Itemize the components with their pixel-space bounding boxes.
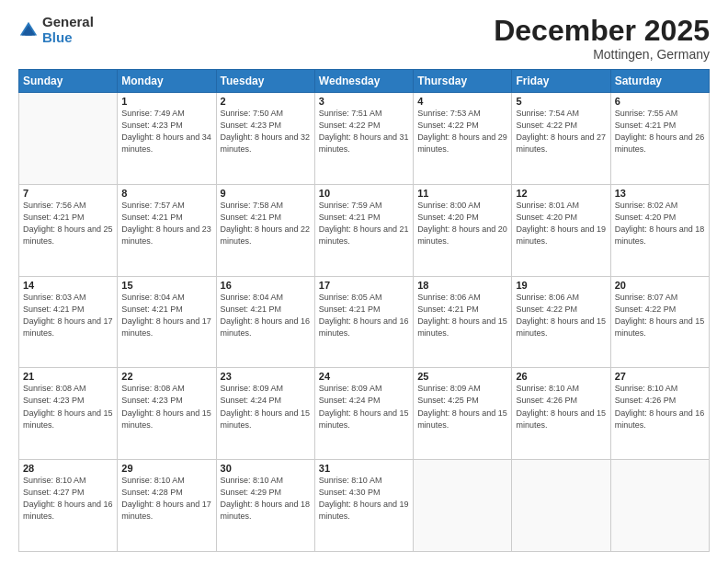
day-info: Sunrise: 8:04 AM Sunset: 4:21 PM Dayligh…: [121, 292, 211, 339]
day-info: Sunrise: 8:10 AM Sunset: 4:27 PM Dayligh…: [23, 475, 113, 523]
calendar-header-row: Sunday Monday Tuesday Wednesday Thursday…: [19, 70, 710, 93]
calendar-cell: 1Sunrise: 7:49 AM Sunset: 4:23 PM Daylig…: [118, 93, 216, 185]
calendar-cell: 21Sunrise: 8:08 AM Sunset: 4:23 PM Dayli…: [19, 368, 118, 460]
day-number: 21: [23, 371, 113, 382]
day-info: Sunrise: 7:59 AM Sunset: 4:21 PM Dayligh…: [319, 200, 409, 247]
svg-rect-2: [25, 30, 31, 36]
col-wednesday: Wednesday: [314, 70, 413, 93]
day-info: Sunrise: 8:01 AM Sunset: 4:20 PM Dayligh…: [516, 200, 606, 247]
day-number: 10: [319, 188, 409, 199]
day-number: 1: [121, 96, 211, 107]
calendar-cell: 13Sunrise: 8:02 AM Sunset: 4:20 PM Dayli…: [610, 184, 709, 276]
calendar-cell: 6Sunrise: 7:55 AM Sunset: 4:21 PM Daylig…: [610, 93, 709, 185]
col-monday: Monday: [118, 70, 216, 93]
calendar-cell: 4Sunrise: 7:53 AM Sunset: 4:22 PM Daylig…: [414, 93, 512, 185]
day-number: 19: [516, 280, 606, 291]
day-number: 20: [615, 280, 705, 291]
logo-text: General Blue: [42, 15, 94, 45]
col-thursday: Thursday: [414, 70, 512, 93]
logo: General Blue: [18, 15, 94, 45]
logo-blue-text: Blue: [42, 30, 94, 46]
calendar-table: Sunday Monday Tuesday Wednesday Thursday…: [18, 69, 710, 552]
calendar-cell: 28Sunrise: 8:10 AM Sunset: 4:27 PM Dayli…: [19, 460, 118, 552]
day-number: 23: [221, 371, 311, 382]
col-sunday: Sunday: [19, 70, 118, 93]
day-info: Sunrise: 7:49 AM Sunset: 4:23 PM Dayligh…: [121, 108, 211, 155]
day-number: 27: [615, 371, 705, 382]
day-info: Sunrise: 8:08 AM Sunset: 4:23 PM Dayligh…: [23, 383, 113, 431]
day-info: Sunrise: 7:58 AM Sunset: 4:21 PM Dayligh…: [221, 200, 311, 247]
day-number: 17: [319, 280, 409, 291]
day-number: 13: [615, 188, 705, 199]
logo-icon: [18, 20, 39, 40]
day-number: 24: [319, 371, 409, 382]
day-number: 18: [417, 280, 507, 291]
day-info: Sunrise: 8:09 AM Sunset: 4:25 PM Dayligh…: [417, 383, 507, 431]
calendar-week-3: 14Sunrise: 8:03 AM Sunset: 4:21 PM Dayli…: [19, 276, 710, 368]
calendar-cell: [19, 93, 118, 185]
calendar-cell: 15Sunrise: 8:04 AM Sunset: 4:21 PM Dayli…: [118, 276, 216, 368]
calendar-cell: 12Sunrise: 8:01 AM Sunset: 4:20 PM Dayli…: [512, 184, 610, 276]
month-title: December 2025: [494, 15, 710, 47]
calendar-cell: 24Sunrise: 8:09 AM Sunset: 4:24 PM Dayli…: [314, 368, 413, 460]
calendar-cell: 25Sunrise: 8:09 AM Sunset: 4:25 PM Dayli…: [414, 368, 512, 460]
calendar-cell: 16Sunrise: 8:04 AM Sunset: 4:21 PM Dayli…: [216, 276, 314, 368]
day-info: Sunrise: 7:57 AM Sunset: 4:21 PM Dayligh…: [121, 200, 211, 247]
calendar-cell: 5Sunrise: 7:54 AM Sunset: 4:22 PM Daylig…: [512, 93, 610, 185]
day-number: 29: [121, 463, 211, 474]
day-number: 11: [417, 188, 507, 199]
day-number: 8: [121, 188, 211, 199]
day-number: 6: [615, 96, 705, 107]
day-info: Sunrise: 8:06 AM Sunset: 4:22 PM Dayligh…: [516, 292, 606, 339]
col-friday: Friday: [512, 70, 610, 93]
day-info: Sunrise: 8:10 AM Sunset: 4:28 PM Dayligh…: [121, 475, 211, 523]
calendar-cell: 3Sunrise: 7:51 AM Sunset: 4:22 PM Daylig…: [314, 93, 413, 185]
calendar-cell: 8Sunrise: 7:57 AM Sunset: 4:21 PM Daylig…: [118, 184, 216, 276]
day-number: 31: [319, 463, 409, 474]
calendar-cell: 7Sunrise: 7:56 AM Sunset: 4:21 PM Daylig…: [19, 184, 118, 276]
calendar-cell: 23Sunrise: 8:09 AM Sunset: 4:24 PM Dayli…: [216, 368, 314, 460]
calendar-cell: 26Sunrise: 8:10 AM Sunset: 4:26 PM Dayli…: [512, 368, 610, 460]
day-number: 2: [221, 96, 311, 107]
calendar-cell: [512, 460, 610, 552]
day-number: 22: [121, 371, 211, 382]
calendar-cell: 2Sunrise: 7:50 AM Sunset: 4:23 PM Daylig…: [216, 93, 314, 185]
day-number: 25: [417, 371, 507, 382]
day-info: Sunrise: 8:03 AM Sunset: 4:21 PM Dayligh…: [23, 292, 113, 339]
day-number: 3: [319, 96, 409, 107]
day-info: Sunrise: 7:54 AM Sunset: 4:22 PM Dayligh…: [516, 108, 606, 155]
calendar-week-4: 21Sunrise: 8:08 AM Sunset: 4:23 PM Dayli…: [19, 368, 710, 460]
day-info: Sunrise: 8:09 AM Sunset: 4:24 PM Dayligh…: [319, 383, 409, 431]
calendar-cell: [414, 460, 512, 552]
day-number: 12: [516, 188, 606, 199]
day-info: Sunrise: 8:05 AM Sunset: 4:21 PM Dayligh…: [319, 292, 409, 339]
calendar-cell: 18Sunrise: 8:06 AM Sunset: 4:21 PM Dayli…: [414, 276, 512, 368]
calendar-week-5: 28Sunrise: 8:10 AM Sunset: 4:27 PM Dayli…: [19, 460, 710, 552]
day-info: Sunrise: 8:09 AM Sunset: 4:24 PM Dayligh…: [221, 383, 311, 431]
calendar-cell: 19Sunrise: 8:06 AM Sunset: 4:22 PM Dayli…: [512, 276, 610, 368]
calendar-cell: 9Sunrise: 7:58 AM Sunset: 4:21 PM Daylig…: [216, 184, 314, 276]
calendar-cell: 14Sunrise: 8:03 AM Sunset: 4:21 PM Dayli…: [19, 276, 118, 368]
day-info: Sunrise: 8:06 AM Sunset: 4:21 PM Dayligh…: [417, 292, 507, 339]
calendar-cell: 17Sunrise: 8:05 AM Sunset: 4:21 PM Dayli…: [314, 276, 413, 368]
day-info: Sunrise: 8:10 AM Sunset: 4:29 PM Dayligh…: [221, 475, 311, 523]
day-number: 30: [221, 463, 311, 474]
day-info: Sunrise: 7:50 AM Sunset: 4:23 PM Dayligh…: [221, 108, 311, 155]
title-block: December 2025 Mottingen, Germany: [494, 15, 710, 62]
day-number: 28: [23, 463, 113, 474]
day-info: Sunrise: 8:02 AM Sunset: 4:20 PM Dayligh…: [615, 200, 705, 247]
day-info: Sunrise: 7:55 AM Sunset: 4:21 PM Dayligh…: [615, 108, 705, 155]
day-number: 9: [221, 188, 311, 199]
day-info: Sunrise: 8:10 AM Sunset: 4:26 PM Dayligh…: [615, 383, 705, 431]
day-number: 4: [417, 96, 507, 107]
calendar-cell: 31Sunrise: 8:10 AM Sunset: 4:30 PM Dayli…: [314, 460, 413, 552]
col-saturday: Saturday: [610, 70, 709, 93]
day-info: Sunrise: 8:04 AM Sunset: 4:21 PM Dayligh…: [221, 292, 311, 339]
calendar-cell: [610, 460, 709, 552]
day-number: 7: [23, 188, 113, 199]
day-info: Sunrise: 7:51 AM Sunset: 4:22 PM Dayligh…: [319, 108, 409, 155]
location-subtitle: Mottingen, Germany: [494, 47, 710, 62]
day-info: Sunrise: 8:08 AM Sunset: 4:23 PM Dayligh…: [121, 383, 211, 431]
calendar-cell: 20Sunrise: 8:07 AM Sunset: 4:22 PM Dayli…: [610, 276, 709, 368]
day-number: 5: [516, 96, 606, 107]
